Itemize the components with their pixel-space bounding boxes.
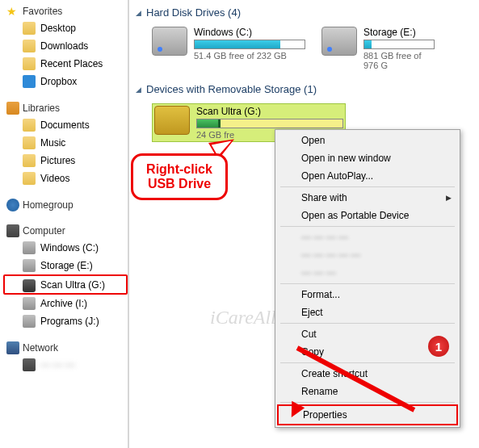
drive-icon: [23, 297, 36, 310]
videos-icon: [23, 172, 36, 185]
usb-drive-icon: [154, 106, 190, 135]
drive-icon: [23, 315, 36, 328]
menu-item-format[interactable]: Format...: [277, 286, 458, 304]
dropbox-icon: [23, 75, 36, 88]
sidebar-item-network-pc[interactable]: — — —: [3, 356, 128, 374]
hdd-icon: [152, 27, 187, 56]
favorites-label: Favorites: [23, 6, 62, 17]
menu-separator: [280, 186, 455, 187]
favorites-group: ★ Favorites Desktop Downloads Recent Pla…: [3, 3, 128, 90]
sidebar-item-archive-i[interactable]: Archive (I:): [3, 295, 128, 312]
usage-bar: [363, 40, 435, 49]
computer-group: Computer Windows (C:) Storage (E:) Scan …: [3, 223, 128, 330]
network-label: Network: [23, 342, 58, 354]
menu-item-blurred[interactable]: — — — — —: [277, 246, 458, 264]
step-badge-1: 1: [428, 336, 449, 357]
menu-item-create-shortcut[interactable]: Create shortcut: [277, 365, 458, 383]
removable-section-header[interactable]: ◢ Devices with Removable Storage (1): [136, 80, 473, 98]
collapse-triangle-icon: ◢: [136, 86, 141, 94]
drive-icon: [23, 259, 36, 272]
usage-bar: [196, 119, 343, 128]
drive-icon: [23, 279, 36, 292]
homegroup-icon: [6, 199, 19, 211]
recent-places-icon: [23, 57, 36, 70]
sidebar-item-desktop[interactable]: Desktop: [3, 19, 128, 37]
homegroup-group: Homegroup: [3, 197, 128, 213]
libraries-label: Libraries: [23, 103, 60, 114]
network-group: Network — — —: [3, 340, 128, 374]
drive-tile-storage-e[interactable]: Storage (E:) 881 GB free of 976 G: [321, 27, 435, 70]
network-header[interactable]: Network: [3, 340, 128, 356]
menu-item-share-with[interactable]: Share with▶: [277, 189, 458, 207]
sidebar-item-storage-e[interactable]: Storage (E:): [3, 257, 128, 274]
favorites-header[interactable]: ★ Favorites: [3, 3, 128, 19]
menu-item-open-new-window[interactable]: Open in new window: [277, 149, 458, 167]
desktop-icon: [23, 22, 36, 35]
hdd-section-header[interactable]: ◢ Hard Disk Drives (4): [136, 3, 473, 22]
sidebar-item-downloads[interactable]: Downloads: [3, 37, 128, 55]
usage-bar: [194, 40, 305, 49]
sidebar-item-recent-places[interactable]: Recent Places: [3, 55, 128, 73]
computer-icon: [6, 224, 19, 237]
hdd-drives-row: Windows (C:) 51.4 GB free of 232 GB Stor…: [152, 27, 473, 70]
menu-item-open-portable[interactable]: Open as Portable Device: [277, 207, 458, 224]
sidebar-item-dropbox[interactable]: Dropbox: [3, 73, 128, 90]
menu-item-blurred[interactable]: — — —: [277, 264, 458, 282]
libraries-group: Libraries Documents Music Pictures Video…: [3, 100, 128, 187]
sidebar-item-scan-ultra-g[interactable]: Scan Ultra (G:): [3, 274, 128, 295]
homegroup-label: Homegroup: [23, 199, 74, 211]
sidebar-item-videos[interactable]: Videos: [3, 170, 128, 187]
favorites-star-icon: ★: [6, 5, 19, 18]
drive-tile-windows-c[interactable]: Windows (C:) 51.4 GB free of 232 GB: [152, 27, 305, 70]
homegroup-header[interactable]: Homegroup: [3, 197, 128, 213]
pictures-icon: [23, 154, 36, 167]
sidebar-item-pictures[interactable]: Pictures: [3, 152, 128, 170]
documents-icon: [23, 119, 36, 132]
libraries-header[interactable]: Libraries: [3, 100, 128, 116]
music-icon: [23, 136, 36, 149]
sidebar-item-music[interactable]: Music: [3, 134, 128, 152]
menu-separator: [280, 226, 455, 227]
menu-item-eject[interactable]: Eject: [277, 304, 458, 321]
downloads-icon: [23, 40, 36, 52]
menu-separator: [280, 283, 455, 284]
navigation-pane: ★ Favorites Desktop Downloads Recent Pla…: [0, 0, 129, 448]
menu-separator: [280, 402, 455, 403]
sidebar-item-documents[interactable]: Documents: [3, 116, 128, 134]
menu-separator: [280, 323, 455, 324]
drive-icon: [23, 241, 36, 254]
menu-item-open-autoplay[interactable]: Open AutoPlay...: [277, 167, 458, 185]
menu-item-open[interactable]: Open: [277, 132, 458, 149]
menu-separator: [280, 362, 455, 363]
libraries-icon: [6, 102, 19, 115]
collapse-triangle-icon: ◢: [136, 9, 141, 17]
sidebar-item-programs-j[interactable]: Programs (J:): [3, 312, 128, 330]
sidebar-item-windows-c[interactable]: Windows (C:): [3, 239, 128, 257]
computer-icon: [23, 358, 36, 371]
submenu-arrow-icon: ▶: [446, 194, 452, 202]
computer-header[interactable]: Computer: [3, 223, 128, 239]
network-icon: [6, 341, 19, 354]
instruction-callout: Right-click USB Drive: [131, 153, 228, 200]
computer-label: Computer: [23, 225, 65, 237]
menu-item-blurred[interactable]: — — — —: [277, 228, 458, 246]
hdd-icon: [321, 27, 357, 56]
